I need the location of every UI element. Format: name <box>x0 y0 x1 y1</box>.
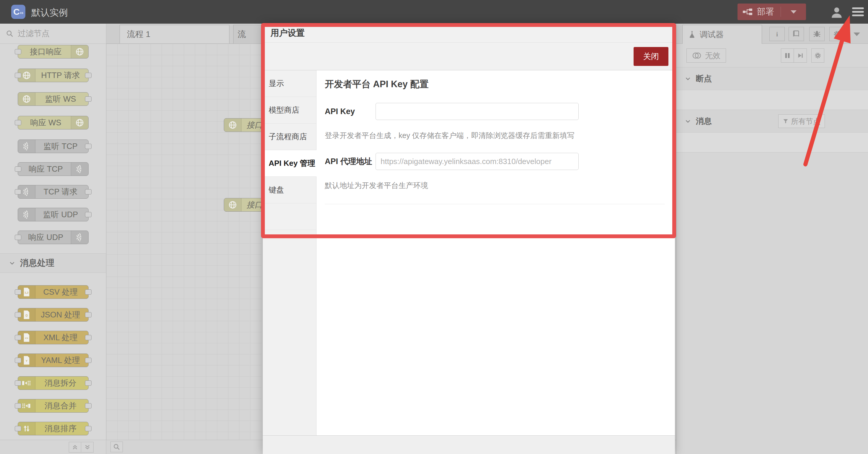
tab-config-nodes[interactable] <box>829 27 845 41</box>
waves-icon <box>18 208 35 221</box>
sidebar-tabstrip: 调试器 i <box>676 24 868 44</box>
double-chevron-down-icon <box>84 444 91 450</box>
disable-toggle-button[interactable]: 无效 <box>686 49 726 63</box>
node-port <box>85 335 92 340</box>
svg-text:Y: Y <box>26 359 28 362</box>
instance-title: 默认实例 <box>31 6 68 19</box>
node-port <box>85 380 92 386</box>
node-port <box>85 358 92 363</box>
palette-node[interactable]: 响应 TCP <box>18 162 89 176</box>
app-logo: C cs <box>11 5 25 19</box>
main-menu-button[interactable] <box>852 7 864 18</box>
deploy-dropdown[interactable] <box>781 10 806 13</box>
palette-node[interactable]: 监听 WS <box>18 92 89 106</box>
canvas-node-partial-2[interactable]: 接口 <box>224 198 261 211</box>
palette-category-header[interactable]: 消息处理 <box>0 253 106 273</box>
dialog-footer <box>263 435 675 454</box>
node-port <box>85 144 92 149</box>
api-key-help: 登录开发者平台生成，key 仅存储在客户端，即清除浏览器缓存后需重新填写 <box>325 131 665 140</box>
proxy-row: API 代理地址 <box>325 153 665 170</box>
palette-node[interactable]: 消息合并 <box>18 399 89 413</box>
proxy-input[interactable] <box>376 153 579 170</box>
palette-search[interactable] <box>0 24 106 44</box>
settings-tab[interactable]: 子流程商店 <box>263 123 316 150</box>
dialog-title: 用户设置 <box>263 24 675 42</box>
palette-node[interactable]: YYAML 处理 <box>18 353 89 367</box>
expand-all-button[interactable] <box>81 442 94 453</box>
step-button[interactable] <box>794 49 807 63</box>
globe-icon <box>224 118 242 132</box>
deploy-label: 部署 <box>757 6 774 18</box>
node-port <box>85 312 92 317</box>
globe-icon <box>71 45 88 58</box>
sidebar-tabs-dropdown[interactable] <box>854 32 860 36</box>
node-port <box>15 335 21 340</box>
node-port <box>15 403 21 408</box>
settings-tab[interactable]: 键盘 <box>263 177 316 203</box>
palette-node[interactable]: 响应 WS <box>18 116 89 130</box>
close-button[interactable]: 关闭 <box>633 47 669 66</box>
bug-icon <box>813 30 821 38</box>
node-port <box>85 96 92 102</box>
settings-tab[interactable]: API Key 管理 <box>263 150 316 177</box>
chevron-down-icon <box>685 75 691 82</box>
messages-title: 消息 <box>696 116 712 126</box>
node-port <box>15 166 21 172</box>
svg-text:{}: {} <box>25 314 28 317</box>
breakpoints-empty-body <box>676 90 868 110</box>
palette-node[interactable]: 接口响应 <box>18 45 89 59</box>
palette-category-label: 消息处理 <box>20 257 54 269</box>
palette-node[interactable]: <>XML 处理 <box>18 331 89 344</box>
flow-canvas[interactable]: 接口 接口 <box>106 44 261 440</box>
deploy-icon <box>743 8 752 16</box>
collapse-all-button[interactable] <box>69 442 81 453</box>
palette-search-input[interactable] <box>17 29 92 38</box>
canvas-node-partial-1[interactable]: 接口 <box>224 118 261 132</box>
api-key-input[interactable] <box>376 103 579 120</box>
palette-node[interactable]: 监听 TCP <box>18 140 89 153</box>
palette-node[interactable]: 消息拆分 <box>18 376 89 390</box>
tab-debug-messages[interactable] <box>809 27 825 41</box>
deploy-button[interactable]: 部署 <box>738 4 806 20</box>
palette-node[interactable]: TCP 请求 <box>18 185 89 199</box>
settings-tab[interactable]: 显示 <box>263 70 316 97</box>
palette-node[interactable]: 1,2CSV 处理 <box>18 285 89 299</box>
waves-icon <box>71 231 88 244</box>
tab-debugger[interactable]: 调试器 <box>682 25 762 44</box>
pause-button[interactable] <box>781 49 794 63</box>
funnel-icon <box>783 118 788 124</box>
globe-icon <box>71 116 88 129</box>
palette-node[interactable]: HTTP 请求 <box>18 68 89 82</box>
svg-text:i: i <box>776 31 778 38</box>
chevron-down-icon <box>685 118 691 124</box>
flow-tab-1[interactable]: 流程 1 <box>120 25 229 44</box>
globe-icon <box>224 198 242 211</box>
node-port <box>15 358 21 363</box>
flow-tab-1-label: 流程 1 <box>127 29 150 40</box>
user-menu-button[interactable] <box>830 6 843 20</box>
chevron-down-icon <box>790 10 797 13</box>
svg-text:<>: <> <box>25 336 28 340</box>
palette-node-list: 接口响应HTTP 请求监听 WS响应 WS监听 TCP响应 TCPTCP 请求监… <box>0 44 106 440</box>
breakpoints-section-header[interactable]: 断点 <box>676 67 868 90</box>
node-port <box>85 189 92 195</box>
palette-node[interactable]: {}JSON 处理 <box>18 308 89 321</box>
node-port <box>85 289 92 295</box>
api-key-row: API Key <box>325 103 665 120</box>
tab-info[interactable]: i <box>769 27 785 41</box>
settings-tab[interactable]: 模型商店 <box>263 97 316 123</box>
palette-node[interactable]: 消息排序 <box>18 422 89 435</box>
flask-icon <box>688 30 696 39</box>
palette-node[interactable]: 响应 UDP <box>18 231 89 244</box>
palette-node[interactable]: 监听 UDP <box>18 208 89 221</box>
node-port <box>85 212 92 217</box>
messages-section-header[interactable]: 消息 所有节点 <box>676 110 868 133</box>
hamburger-icon <box>852 7 864 9</box>
globe-icon <box>18 92 35 106</box>
tab-help[interactable] <box>788 27 804 41</box>
debugger-settings-button[interactable] <box>811 49 824 63</box>
node-port <box>85 403 92 408</box>
canvas-search-button[interactable] <box>111 442 123 452</box>
breakpoints-title: 断点 <box>696 73 712 84</box>
filter-nodes-button[interactable]: 所有节点 <box>778 114 825 128</box>
